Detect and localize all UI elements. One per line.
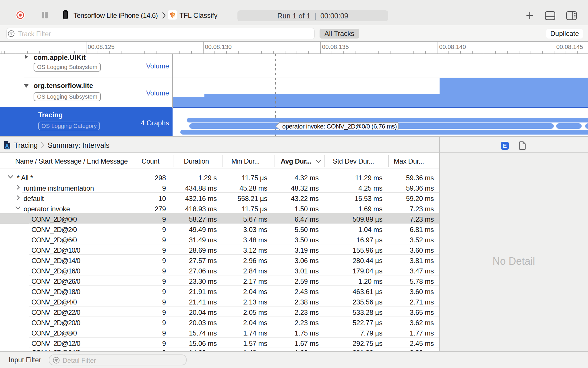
svg-text:A: A [5, 143, 9, 149]
